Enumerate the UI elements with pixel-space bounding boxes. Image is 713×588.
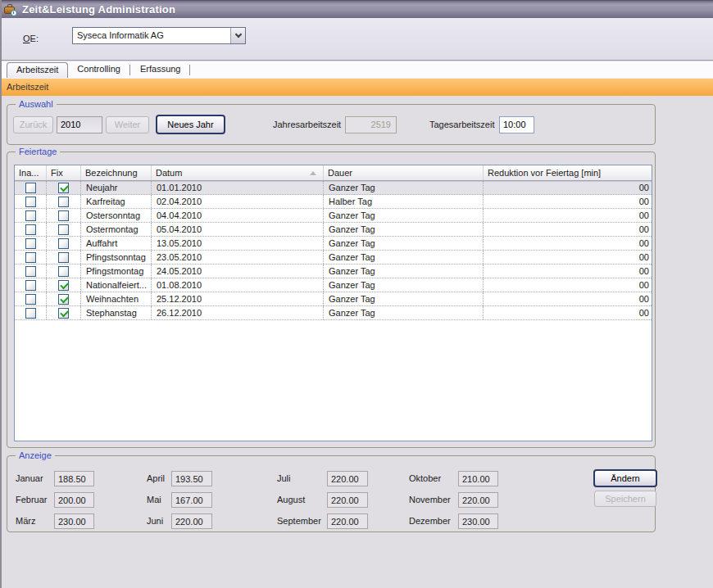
holiday-name: Pfingstmontag xyxy=(81,265,152,278)
table-row[interactable]: Pfingstmontag 24.05.2010 Ganzer Tag 00 xyxy=(15,265,652,278)
fix-checkbox[interactable] xyxy=(58,266,69,277)
inactive-checkbox[interactable] xyxy=(25,308,36,319)
fix-checkbox[interactable] xyxy=(58,224,69,235)
holiday-duration: Ganzer Tag xyxy=(324,265,484,278)
table-row[interactable]: Auffahrt 13.05.2010 Ganzer Tag 00 xyxy=(15,237,652,251)
holiday-date: 23.05.2010 xyxy=(152,251,324,264)
fix-checkbox[interactable] xyxy=(58,210,69,221)
fix-checkbox[interactable] xyxy=(58,294,69,305)
holiday-reduction: 00 xyxy=(484,237,652,250)
holiday-reduction: 00 xyxy=(484,292,652,305)
holiday-reduction: 00 xyxy=(484,306,652,319)
holidays-table: Ina... Fix Bezeichnung Datum Dauer Reduk… xyxy=(14,165,652,441)
oe-combobox-dropdown-button[interactable] xyxy=(230,28,245,43)
fix-checkbox[interactable] xyxy=(58,183,69,193)
table-row[interactable]: Neujahr 01.01.2010 Ganzer Tag 00 xyxy=(15,181,652,195)
table-row[interactable]: Karfreitag 02.04.2010 Halber Tag 00 xyxy=(15,195,652,209)
annual-worktime-field: 2519 xyxy=(345,116,397,133)
oe-combobox[interactable]: Syseca Informatik AG xyxy=(72,27,246,44)
holiday-date: 13.05.2010 xyxy=(152,237,324,250)
table-row[interactable]: Ostersonntag 04.04.2010 Ganzer Tag 00 xyxy=(15,209,652,223)
tab-arbeitszeit[interactable]: Arbeitszeit xyxy=(7,62,68,78)
chevron-down-icon xyxy=(234,31,241,38)
month-value-field: 220.00 xyxy=(327,513,368,529)
window-title: Zeit&Leistung Administration xyxy=(22,3,175,16)
inactive-checkbox[interactable] xyxy=(25,238,36,249)
month-label: Mai xyxy=(147,495,161,504)
month-value-field: 167.00 xyxy=(171,492,212,508)
month-value-field: 210.00 xyxy=(458,471,498,486)
inactive-checkbox[interactable] xyxy=(25,266,36,277)
fix-checkbox[interactable] xyxy=(58,280,69,291)
window-left-edge xyxy=(0,0,2,588)
month-label: Dezember xyxy=(409,516,451,526)
tab-erfassung[interactable]: Erfassung xyxy=(131,62,190,78)
inactive-checkbox[interactable] xyxy=(25,210,36,221)
inactive-checkbox[interactable] xyxy=(25,294,36,305)
month-value-field: 230.00 xyxy=(458,513,498,529)
holiday-name: Neujahr xyxy=(81,181,152,194)
fix-checkbox[interactable] xyxy=(58,238,69,249)
clock-icon xyxy=(11,10,17,16)
feiertage-group: Feiertage Ina... Fix Bezeichnung Datum D… xyxy=(7,152,656,448)
inactive-checkbox[interactable] xyxy=(25,224,36,235)
month-value-field: 230.00 xyxy=(54,513,94,529)
month-label: April xyxy=(147,473,165,483)
feiertage-group-title: Feiertage xyxy=(16,147,60,156)
col-header-fix[interactable]: Fix xyxy=(47,165,81,180)
fix-checkbox[interactable] xyxy=(58,197,69,207)
fix-checkbox[interactable] xyxy=(58,308,69,319)
col-header-bezeichnung[interactable]: Bezeichnung xyxy=(81,165,152,180)
annual-worktime-label: Jahresarbeitszeit xyxy=(273,120,341,129)
holiday-duration: Ganzer Tag xyxy=(324,209,484,222)
month-value-field: 193.50 xyxy=(171,471,212,486)
app-window: Zeit&Leistung Administration OE: Syseca … xyxy=(0,0,713,588)
year-input[interactable]: 2010 xyxy=(57,116,102,133)
oe-label: OE: xyxy=(23,34,39,43)
table-row[interactable]: Pfingstsonntag 23.05.2010 Ganzer Tag 00 xyxy=(15,251,652,265)
col-header-reduktion[interactable]: Reduktion vor Feiertag [min] xyxy=(484,165,652,180)
holiday-reduction: 00 xyxy=(484,209,652,222)
holiday-reduction: 00 xyxy=(484,251,652,264)
col-header-datum[interactable]: Datum xyxy=(152,165,324,180)
fix-checkbox[interactable] xyxy=(58,252,69,263)
holiday-name: Ostermontag xyxy=(81,223,152,236)
anzeige-group: Anzeige Januar 188.50 Februar 200.00 Mär… xyxy=(7,455,656,532)
col-header-dauer[interactable]: Dauer xyxy=(324,165,484,180)
auswahl-group: Auswahl Zurück 2010 Weiter Neues Jahr Ja… xyxy=(7,104,656,145)
holiday-name: Pfingstsonntag xyxy=(81,251,152,264)
holiday-duration: Ganzer Tag xyxy=(324,223,484,236)
inactive-checkbox[interactable] xyxy=(25,183,36,193)
holiday-duration: Ganzer Tag xyxy=(324,278,484,292)
sort-asc-icon xyxy=(310,171,316,175)
col-header-inactive[interactable]: Ina... xyxy=(15,165,47,180)
month-label: März xyxy=(16,516,35,526)
oe-combobox-value: Syseca Informatik AG xyxy=(73,28,230,43)
holiday-date: 25.12.2010 xyxy=(152,292,324,305)
table-row[interactable]: Stephanstag 26.12.2010 Ganzer Tag 00 xyxy=(15,306,652,320)
auswahl-group-title: Auswahl xyxy=(16,99,57,109)
month-value-field: 220.00 xyxy=(327,492,368,508)
holiday-name: Ostersonntag xyxy=(81,209,152,222)
tabstrip: Arbeitszeit Controlling Erfassung xyxy=(0,61,713,78)
daily-worktime-input[interactable]: 10:00 xyxy=(499,116,534,133)
table-row[interactable]: Ostermontag 05.04.2010 Ganzer Tag 00 xyxy=(15,223,652,237)
month-label: September xyxy=(277,516,321,526)
holiday-name: Weihnachten xyxy=(81,292,152,305)
table-row[interactable]: Nationalfeiert... 01.08.2010 Ganzer Tag … xyxy=(15,278,652,292)
tab-controlling[interactable]: Controlling xyxy=(68,62,129,78)
month-label: August xyxy=(277,495,305,504)
holiday-name: Stephanstag xyxy=(81,306,152,319)
holiday-duration: Ganzer Tag xyxy=(324,237,484,250)
inactive-checkbox[interactable] xyxy=(25,252,36,263)
holiday-date: 24.05.2010 xyxy=(152,265,324,278)
month-label: Juni xyxy=(147,516,163,526)
change-button[interactable]: Ändern xyxy=(593,469,657,487)
inactive-checkbox[interactable] xyxy=(25,197,36,207)
new-year-button[interactable]: Neues Jahr xyxy=(156,115,225,134)
month-label: Oktober xyxy=(409,473,441,483)
title-bar: Zeit&Leistung Administration xyxy=(0,0,713,18)
table-row[interactable]: Weihnachten 25.12.2010 Ganzer Tag 00 xyxy=(15,292,652,306)
inactive-checkbox[interactable] xyxy=(25,280,36,291)
holiday-reduction: 00 xyxy=(484,223,652,236)
